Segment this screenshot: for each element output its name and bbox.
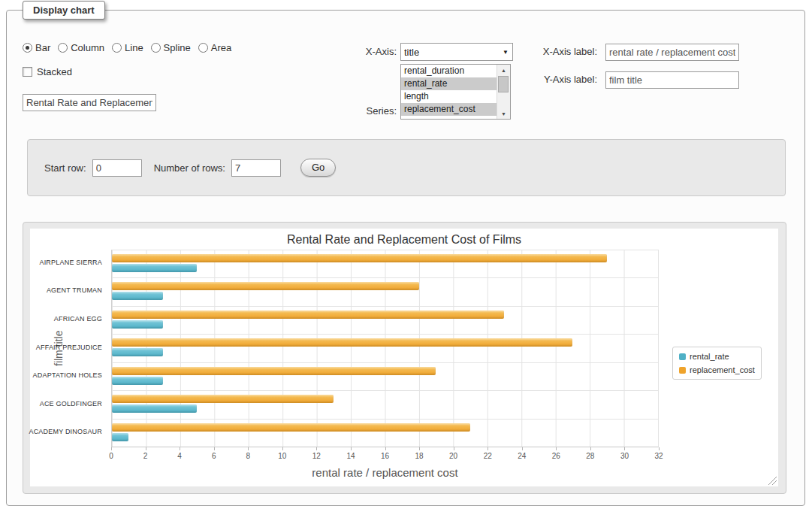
page: Display chart BarColumnLineSplineArea St… xyxy=(0,0,812,512)
bar-rental_rate xyxy=(112,433,128,441)
scroll-down-icon[interactable]: ▼ xyxy=(497,108,510,119)
legend-item-replacement_cost[interactable]: replacement_cost xyxy=(679,365,755,374)
chart-type-radio-spline[interactable] xyxy=(151,43,161,53)
scrollbar[interactable]: ▲ ▼ xyxy=(497,65,510,119)
plot-area xyxy=(111,250,659,447)
bar-replacement_cost xyxy=(112,338,572,347)
bar-rental_rate xyxy=(112,264,197,272)
stacked-checkbox-item[interactable]: Stacked xyxy=(23,66,72,77)
category-axis: AIRPLANE SIERRAAGENT TRUMANAFRICAN EGGAF… xyxy=(30,250,107,447)
series-option-rental_duration[interactable]: rental_duration xyxy=(401,65,497,77)
bar-rental_rate xyxy=(112,292,163,300)
display-chart-fieldset: Display chart BarColumnLineSplineArea St… xyxy=(6,10,805,506)
tick-label: 6 xyxy=(212,452,216,460)
tick-mark xyxy=(146,447,146,450)
tick-label: 22 xyxy=(484,452,492,460)
number-of-rows-label: Number of rows: xyxy=(154,162,225,174)
tick-mark xyxy=(624,447,625,450)
chart-type-text: Line xyxy=(125,42,143,53)
start-row-input[interactable] xyxy=(92,159,142,177)
tick-label: 26 xyxy=(552,452,560,460)
tick-mark xyxy=(180,447,180,450)
category-band xyxy=(112,335,658,362)
series-label: Series: xyxy=(307,105,397,117)
tick-label: 2 xyxy=(143,452,148,460)
tick-mark xyxy=(111,447,112,450)
chart-type-text: Spline xyxy=(164,42,191,53)
category-label: ACE GOLDFINGER xyxy=(40,400,102,407)
chart-title-input[interactable] xyxy=(23,94,156,111)
bar-replacement_cost xyxy=(112,395,334,403)
y-axis-label-label: Y-Axis label: xyxy=(488,74,597,85)
tick-label: 16 xyxy=(381,452,389,460)
stacked-checkbox[interactable] xyxy=(23,67,32,77)
tick-mark xyxy=(659,447,660,450)
tick-label: 24 xyxy=(518,452,526,460)
bar-replacement_cost xyxy=(112,254,607,262)
tick-mark xyxy=(282,447,283,450)
x-axis-title: rental rate / replacement cost xyxy=(111,466,659,479)
x-axis-ticks: 02468101214161820222426283032 xyxy=(111,447,659,462)
chart-type-radio-column[interactable] xyxy=(58,43,68,53)
tick-mark xyxy=(590,447,591,450)
chart-type-text: Bar xyxy=(35,42,50,53)
chart-type-radio-line[interactable] xyxy=(112,43,122,53)
y-axis-label-input[interactable] xyxy=(605,71,739,89)
tick-mark xyxy=(214,447,215,450)
chart-type-text: Column xyxy=(71,42,104,53)
category-band xyxy=(112,250,658,278)
tick-mark xyxy=(316,447,317,450)
tick-mark xyxy=(419,447,420,450)
bar-replacement_cost xyxy=(112,367,436,375)
tick-mark xyxy=(248,447,249,450)
series-option-length[interactable]: length xyxy=(401,90,497,103)
stacked-label: Stacked xyxy=(37,66,72,77)
chart-type-radio-bar[interactable] xyxy=(23,43,32,53)
bar-replacement_cost xyxy=(112,311,504,319)
chart-type-option-spline[interactable]: Spline xyxy=(151,42,191,53)
tick-label: 10 xyxy=(278,452,286,460)
tick-mark xyxy=(351,447,352,450)
category-band xyxy=(112,307,658,335)
chart-type-option-bar[interactable]: Bar xyxy=(23,42,50,53)
category-label: ADAPTATION HOLES xyxy=(33,371,102,379)
category-label: AGENT TRUMAN xyxy=(47,286,102,294)
tick-label: 20 xyxy=(449,452,457,460)
tick-label: 32 xyxy=(654,452,663,460)
category-band xyxy=(112,363,658,391)
category-band xyxy=(112,391,658,419)
category-label: ACADEMY DINOSAUR xyxy=(29,428,102,435)
chart-type-text: Area xyxy=(211,42,231,53)
bar-rental_rate xyxy=(112,348,163,356)
legend-label: rental_rate xyxy=(690,352,729,361)
resize-handle-icon[interactable] xyxy=(768,477,777,485)
x-axis-select-label: X-Axis: xyxy=(307,46,397,57)
chart-type-radio-group: BarColumnLineSplineArea xyxy=(23,42,231,53)
tick-label: 8 xyxy=(246,452,250,460)
bar-rental_rate xyxy=(112,320,163,329)
chart-type-radio-area[interactable] xyxy=(198,43,208,53)
series-options: rental_durationrental_ratelengthreplacem… xyxy=(401,65,497,119)
tick-label: 0 xyxy=(109,452,113,460)
category-label: AFFAIR PREJUDICE xyxy=(36,344,102,351)
tick-mark xyxy=(522,447,523,450)
tick-mark xyxy=(488,447,488,450)
tick-label: 18 xyxy=(415,452,424,460)
go-button[interactable]: Go xyxy=(300,159,336,177)
bar-rental_rate xyxy=(112,404,197,413)
chart-panel: Rental Rate and Replacement Cost of Film… xyxy=(23,222,786,494)
tick-label: 14 xyxy=(346,452,355,460)
chart-type-option-area[interactable]: Area xyxy=(198,42,231,53)
category-label: AIRPLANE SIERRA xyxy=(39,259,102,266)
x-axis-label-input[interactable] xyxy=(605,44,739,61)
series-multiselect[interactable]: rental_durationrental_ratelengthreplacem… xyxy=(400,64,511,120)
series-option-replacement_cost[interactable]: replacement_cost xyxy=(401,103,497,116)
rows-panel: Start row: Number of rows: Go xyxy=(27,139,786,196)
chart-type-option-line[interactable]: Line xyxy=(112,42,143,53)
number-of-rows-input[interactable] xyxy=(231,159,281,177)
chart-type-option-column[interactable]: Column xyxy=(58,42,104,53)
legend-item-rental_rate[interactable]: rental_rate xyxy=(679,352,755,361)
bar-rental_rate xyxy=(112,377,163,385)
chart-title: Rental Rate and Replacement Cost of Film… xyxy=(30,233,778,247)
series-option-rental_rate[interactable]: rental_rate xyxy=(401,77,497,90)
